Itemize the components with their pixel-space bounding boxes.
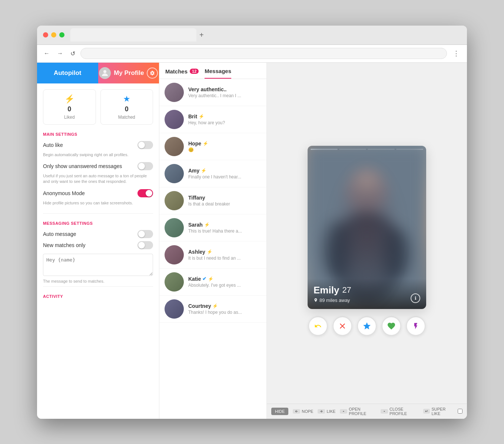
- matched-stat-card: ★ 0 Matched: [100, 89, 153, 125]
- close-button[interactable]: [43, 32, 48, 37]
- unanswered-toggle[interactable]: [137, 162, 153, 170]
- refresh-button[interactable]: ↺: [68, 49, 77, 59]
- browser-menu-button[interactable]: ⋮: [450, 48, 462, 59]
- maximize-button[interactable]: [59, 32, 64, 37]
- list-item[interactable]: Katie ✔ ⚡ Absolutely. I've got eyes ...: [159, 269, 266, 296]
- lightning-icon: ⚡: [64, 94, 74, 104]
- browser-window: + ← → ↺ ⋮ Autopilot My Profile: [37, 26, 467, 419]
- liked-stat-card: ⚡ 0 Liked: [43, 89, 96, 125]
- new-matches-toggle[interactable]: [137, 241, 153, 249]
- conv-message: Thanks! I hope you do as...: [188, 310, 261, 315]
- list-item[interactable]: Hope ⚡ 😊: [159, 133, 266, 160]
- lightning-icon: ⚡: [204, 222, 210, 227]
- new-matches-label: New matches only: [43, 242, 85, 248]
- anonymous-row: Anonymous Mode: [43, 189, 153, 197]
- avatar: [165, 110, 184, 129]
- new-tab-button[interactable]: +: [199, 31, 204, 39]
- conv-message: It is but I need to find an ...: [188, 256, 261, 261]
- profile-avatar: [99, 67, 111, 79]
- matches-label: Matches: [165, 68, 188, 75]
- shortcut-close-profile: CLOSE PROFILE: [381, 407, 419, 416]
- autopilot-tab[interactable]: Autopilot: [37, 63, 98, 83]
- shortcut-checkbox[interactable]: [458, 409, 462, 414]
- action-buttons: [308, 316, 425, 336]
- back-button[interactable]: ←: [42, 49, 52, 58]
- conv-name: Courtney ⚡: [188, 303, 261, 309]
- list-item[interactable]: Very authentic.. Very authentic.. I mean…: [159, 79, 266, 106]
- avatar: [165, 83, 184, 102]
- superlike-button[interactable]: [357, 316, 377, 336]
- matched-count: 0: [125, 105, 129, 113]
- anonymous-toggle[interactable]: [137, 189, 153, 197]
- template-desc: The message to send to matches.: [43, 279, 153, 283]
- verified-icon: ✔: [202, 276, 206, 282]
- lightning-icon: ⚡: [201, 168, 206, 173]
- svg-point-3: [330, 213, 404, 302]
- minimize-button[interactable]: [51, 32, 56, 37]
- conv-name: Ashley ⚡: [188, 249, 261, 255]
- conv-name: Hope ⚡: [188, 141, 261, 147]
- nope-button[interactable]: [333, 316, 352, 336]
- nav-bar: ← → ↺ ⋮: [37, 45, 467, 63]
- hide-button[interactable]: HIDE: [271, 408, 288, 415]
- address-bar[interactable]: [80, 48, 447, 59]
- boost-button[interactable]: [406, 316, 425, 336]
- conv-name: Katie ✔ ⚡: [188, 276, 261, 282]
- conv-name: Very authentic..: [188, 86, 261, 92]
- activity-title: ACTIVITY: [43, 294, 153, 299]
- auto-message-toggle[interactable]: [137, 230, 153, 238]
- like-button[interactable]: [382, 316, 401, 336]
- list-item[interactable]: Amy ⚡ Finally one I haven't hear...: [159, 160, 266, 187]
- message-template[interactable]: [43, 254, 153, 276]
- conv-message: 😊: [188, 147, 261, 152]
- list-item[interactable]: Tiffany Is that a deal breaker: [159, 187, 266, 214]
- svg-point-4: [322, 220, 352, 279]
- list-item[interactable]: Sarah ⚡ This is true! Haha there a...: [159, 214, 266, 241]
- middle-panel: Matches 12 Messages Very authentic.. Ver…: [159, 63, 267, 419]
- messaging-settings-title: MESSAGING SETTINGS: [43, 221, 153, 226]
- conv-message: Finally one I haven't hear...: [188, 174, 261, 180]
- list-item[interactable]: Brit ⚡ Hey, how are you?: [159, 106, 266, 133]
- conv-message: Absolutely. I've got eyes ...: [188, 283, 261, 288]
- unanswered-label: Only show unanswered messages: [43, 163, 122, 169]
- undo-button[interactable]: [308, 316, 328, 336]
- lightning-icon: ⚡: [212, 303, 218, 309]
- autopilot-label: Autopilot: [54, 69, 82, 77]
- auto-like-toggle[interactable]: [137, 141, 153, 149]
- info-icon[interactable]: ℹ: [411, 293, 420, 303]
- divider-2: [43, 286, 153, 287]
- main-settings-section: MAIN SETTINGS Auto like Begin automatica…: [37, 131, 159, 211]
- open-profile-key: [340, 409, 347, 414]
- matches-header: Matches 12 Messages: [159, 63, 266, 79]
- nope-shortcut-label: NOPE: [302, 409, 313, 414]
- list-item[interactable]: Courtney ⚡ Thanks! I hope you do as...: [159, 296, 266, 323]
- settings-icon-circle[interactable]: [147, 68, 158, 79]
- top-nav: Autopilot My Profile: [37, 63, 159, 83]
- auto-like-row: Auto like: [43, 141, 153, 149]
- stats-row: ⚡ 0 Liked ★ 0 Matched: [37, 83, 159, 131]
- conv-info: Ashley ⚡ It is but I need to find an ...: [188, 249, 261, 261]
- avatar: [165, 299, 184, 319]
- messages-tab[interactable]: Messages: [205, 68, 231, 79]
- shortcut-open-profile: OPEN PROFILE: [340, 407, 376, 416]
- traffic-lights: [43, 32, 64, 37]
- matches-tab[interactable]: Matches 12: [165, 68, 199, 78]
- profile-card: Emily 27 89 miles away ℹ: [308, 146, 426, 309]
- shortcut-checkbox-input[interactable]: [458, 409, 462, 414]
- auto-like-desc: Begin automatically swiping right on all…: [43, 152, 153, 158]
- conv-name: Sarah ⚡: [188, 222, 261, 228]
- avatar: [165, 191, 184, 210]
- conv-info: Sarah ⚡ This is true! Haha there a...: [188, 222, 261, 234]
- conv-info: Hope ⚡ 😊: [188, 141, 261, 152]
- list-item[interactable]: Ashley ⚡ It is but I need to find an ...: [159, 241, 266, 269]
- conv-name: Brit ⚡: [188, 114, 261, 119]
- svg-point-5: [382, 227, 411, 279]
- conversations-list: Very authentic.. Very authentic.. I mean…: [159, 79, 266, 419]
- active-tab[interactable]: [70, 28, 196, 42]
- conv-name: Tiffany: [188, 195, 261, 201]
- sidebar: Autopilot My Profile ⚡: [37, 63, 159, 419]
- avatar: [165, 137, 184, 156]
- my-profile-tab[interactable]: My Profile: [98, 63, 159, 83]
- forward-button[interactable]: →: [55, 49, 65, 58]
- messaging-settings-section: MESSAGING SETTINGS Auto message New matc…: [37, 220, 159, 283]
